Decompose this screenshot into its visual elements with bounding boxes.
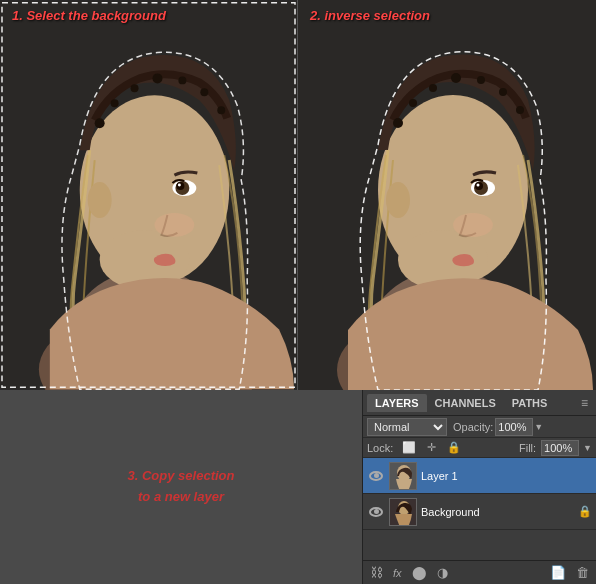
eye-pupil-layer1: [374, 473, 379, 478]
layer1-visibility[interactable]: [367, 467, 385, 485]
blend-mode-select[interactable]: Normal: [367, 418, 447, 436]
svg-point-26: [393, 118, 403, 128]
opacity-label: Opacity:: [453, 421, 493, 433]
layer-item-background[interactable]: Background 🔒: [363, 494, 596, 530]
opacity-input[interactable]: [495, 418, 533, 436]
svg-point-17: [154, 213, 194, 237]
layers-panel: LAYERS CHANNELS PATHS ≡ Normal Opacity: …: [362, 390, 596, 584]
background-lock-icon: 🔒: [578, 505, 592, 518]
tab-layers[interactable]: LAYERS: [367, 394, 427, 412]
step2-label: 2. inverse selection: [310, 8, 430, 23]
opacity-arrow[interactable]: ▼: [534, 422, 543, 432]
delete-layer-icon[interactable]: 🗑: [573, 563, 592, 582]
svg-point-36: [477, 184, 480, 187]
lock-all-icon[interactable]: 🔒: [443, 439, 465, 456]
layer-item-layer1[interactable]: Layer 1: [363, 458, 596, 494]
lock-position-icon[interactable]: ✛: [423, 439, 440, 456]
photo-panel-left: 1. Select the background: [0, 0, 298, 390]
layers-list: Layer 1: [363, 458, 596, 560]
svg-point-16: [178, 184, 181, 187]
fill-input[interactable]: [541, 440, 579, 456]
svg-point-9: [152, 73, 162, 83]
panel-tabs: LAYERS CHANNELS PATHS ≡: [363, 390, 596, 416]
svg-point-11: [200, 88, 208, 96]
svg-point-32: [516, 106, 524, 114]
portrait-right: [298, 0, 596, 390]
svg-point-27: [409, 99, 417, 107]
blend-row: Normal Opacity: ▼: [363, 416, 596, 438]
svg-point-6: [95, 118, 105, 128]
panel-menu-icon[interactable]: ≡: [577, 396, 592, 410]
svg-point-31: [499, 88, 507, 96]
step3-line1: 3. Copy selection: [128, 468, 235, 483]
step3-text: 3. Copy selection to a new layer: [128, 466, 235, 508]
adjustment-icon[interactable]: ◑: [434, 563, 451, 582]
lock-pixels-icon[interactable]: ⬜: [398, 439, 420, 456]
bottom-row: 3. Copy selection to a new layer LAYERS …: [0, 390, 596, 584]
svg-point-38: [386, 182, 410, 218]
fx-icon[interactable]: fx: [390, 565, 405, 581]
svg-point-7: [111, 99, 119, 107]
photo-bg-left: [0, 0, 297, 390]
lock-row: Lock: ⬜ ✛ 🔒 Fill: ▼: [363, 438, 596, 458]
photo-panel-right: 2. inverse selection: [298, 0, 596, 390]
background-name: Background: [421, 506, 574, 518]
step1-label: 1. Select the background: [12, 8, 166, 23]
photo-bg-right: [298, 0, 596, 390]
svg-point-12: [217, 106, 225, 114]
layer1-thumbnail: [389, 462, 417, 490]
tab-paths[interactable]: PATHS: [504, 394, 556, 412]
fill-arrow[interactable]: ▼: [583, 443, 592, 453]
eye-icon-layer1: [369, 471, 383, 481]
svg-point-10: [178, 76, 186, 84]
svg-point-29: [451, 73, 461, 83]
panel-toolbar: ⛓ fx ⬤ ◑ 📄 🗑: [363, 560, 596, 584]
new-layer-icon[interactable]: 📄: [547, 563, 569, 582]
svg-point-37: [453, 213, 493, 237]
svg-point-18: [88, 182, 112, 218]
photos-row: 1. Select the background: [0, 0, 596, 390]
link-icon[interactable]: ⛓: [367, 563, 386, 582]
svg-point-28: [429, 84, 437, 92]
background-thumbnail: [389, 498, 417, 526]
layer1-name: Layer 1: [421, 470, 592, 482]
step3-line2: to a new layer: [138, 489, 224, 504]
fill-label: Fill:: [519, 442, 536, 454]
portrait-left: [0, 0, 297, 390]
svg-point-8: [131, 84, 139, 92]
main-area: 1. Select the background: [0, 0, 596, 584]
step3-area: 3. Copy selection to a new layer: [0, 390, 362, 584]
svg-point-30: [477, 76, 485, 84]
eye-icon-bg: [369, 507, 383, 517]
tab-channels[interactable]: CHANNELS: [427, 394, 504, 412]
mask-icon[interactable]: ⬤: [409, 563, 430, 582]
background-visibility[interactable]: [367, 503, 385, 521]
lock-label: Lock:: [367, 442, 393, 454]
eye-pupil-bg: [374, 509, 379, 514]
